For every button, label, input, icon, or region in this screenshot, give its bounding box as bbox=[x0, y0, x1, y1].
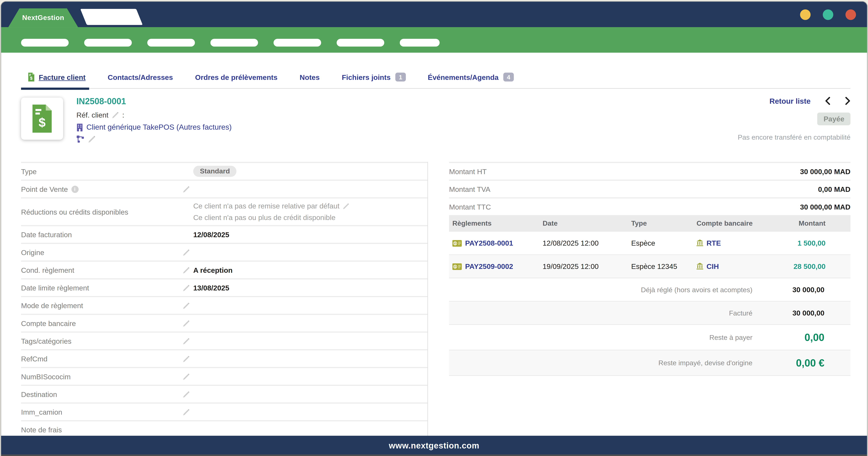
tab-notes[interactable]: Notes bbox=[288, 70, 331, 88]
edit-pencil-icon[interactable] bbox=[183, 186, 190, 193]
edit-pencil-icon[interactable] bbox=[183, 373, 190, 380]
invoice-ref: IN2508-0001 bbox=[76, 96, 231, 107]
customer-ref-line: Réf. client : bbox=[76, 111, 231, 119]
menu-item-placeholder[interactable] bbox=[21, 39, 69, 47]
edit-pencil-icon[interactable] bbox=[183, 408, 190, 416]
total-value: 30 000,00 bbox=[775, 286, 825, 294]
window-dot-teal[interactable] bbox=[823, 9, 833, 20]
tab-label: Contacts/Adresses bbox=[108, 73, 173, 82]
window-dot-red[interactable] bbox=[845, 9, 856, 20]
field-row-date-facturation: Date facturation 12/08/2025 bbox=[21, 225, 428, 243]
payments-header-ref: Règlements bbox=[449, 220, 542, 227]
status-badge-row: Payée bbox=[738, 105, 850, 125]
field-label: Point de Vente i bbox=[21, 185, 183, 193]
edit-pencil-icon[interactable] bbox=[183, 319, 190, 327]
field-row-cond-reglement: Cond. règlement A réception bbox=[21, 260, 428, 278]
field-row-origine: Origine bbox=[21, 243, 428, 260]
payment-type: Espèce bbox=[631, 239, 696, 247]
field-row-imm-camion: Imm_camion bbox=[21, 402, 428, 420]
tab-contacts-adresses[interactable]: Contacts/Adresses bbox=[97, 70, 184, 88]
payment-link[interactable]: PAY2508-0001 bbox=[465, 239, 513, 247]
menu-item-placeholder[interactable] bbox=[274, 39, 321, 47]
main-menu-bar bbox=[1, 27, 867, 53]
total-value: 0,00 bbox=[775, 331, 825, 344]
edit-pencil-icon[interactable] bbox=[343, 203, 349, 211]
field-label: Type bbox=[21, 167, 183, 175]
next-invoice-icon[interactable] bbox=[845, 96, 850, 106]
menu-item-placeholder[interactable] bbox=[400, 39, 440, 47]
amount-label: Montant HT bbox=[449, 167, 487, 175]
menu-item-placeholder[interactable] bbox=[147, 39, 195, 47]
customer-ref-colon: : bbox=[122, 111, 124, 119]
client-line: Client générique TakePOS (Autres facture… bbox=[76, 123, 231, 132]
payments-header-date: Date bbox=[542, 220, 631, 227]
amount-value: 30 000,00 MAD bbox=[800, 203, 850, 211]
edit-pencil-icon[interactable] bbox=[183, 249, 190, 256]
menu-item-placeholder[interactable] bbox=[84, 39, 132, 47]
edit-pencil-icon[interactable] bbox=[183, 284, 190, 291]
brand-logo[interactable]: NextGestion bbox=[8, 8, 78, 27]
bank-account-link[interactable]: CIH bbox=[707, 262, 719, 270]
invoice-banner-right: Retour liste Payée Pas encore transféré … bbox=[738, 95, 850, 148]
field-label: Date limite règlement bbox=[21, 284, 183, 292]
company-icon bbox=[76, 123, 83, 131]
field-label: Origine bbox=[21, 248, 183, 256]
total-label: Reste impayé, devise d'origine bbox=[658, 359, 752, 367]
field-row-mode-reglement: Mode de règlement bbox=[21, 296, 428, 314]
edit-pencil-icon[interactable] bbox=[183, 355, 190, 362]
back-to-list-link[interactable]: Retour liste bbox=[770, 97, 811, 105]
money-bill-icon: $ bbox=[452, 240, 462, 247]
edit-pencil-icon[interactable] bbox=[88, 135, 96, 143]
edit-pencil-icon[interactable] bbox=[183, 391, 190, 398]
field-label: Date facturation bbox=[21, 230, 183, 238]
tab-ordres-prelevements[interactable]: Ordres de prélèvements bbox=[184, 70, 289, 88]
invoice-banner: $ IN2508-0001 Réf. client : bbox=[21, 95, 850, 148]
edit-pencil-icon[interactable] bbox=[183, 266, 190, 274]
client-link[interactable]: Client générique TakePOS (Autres facture… bbox=[87, 123, 231, 132]
total-value: 0,00 € bbox=[775, 357, 825, 369]
field-row-compte-bancaire: Compte bancaire bbox=[21, 314, 428, 332]
field-row-date-limite: Date limite règlement 13/08/2025 bbox=[21, 278, 428, 296]
object-tabs: $ Facture client Contacts/Adresses Ordre… bbox=[21, 69, 850, 89]
field-value: 13/08/2025 bbox=[193, 284, 229, 292]
svg-text:$: $ bbox=[30, 76, 32, 81]
invoice-thumbnail[interactable]: $ bbox=[21, 97, 63, 140]
tab-evenements-agenda[interactable]: Événements/Agenda 4 bbox=[416, 69, 525, 88]
field-row-tags-categories: Tags/catégories bbox=[21, 332, 428, 349]
prev-invoice-icon[interactable] bbox=[825, 96, 831, 106]
footer-bar: www.nextgestion.com bbox=[1, 436, 867, 455]
edit-pencil-icon[interactable] bbox=[183, 337, 190, 345]
field-row-point-de-vente: Point de Vente i bbox=[21, 179, 428, 197]
field-row-reductions: Réductions ou crédits disponibles Ce cli… bbox=[21, 197, 428, 225]
menu-item-placeholder[interactable] bbox=[337, 39, 384, 47]
invoice-head-info: IN2508-0001 Réf. client : bbox=[76, 95, 231, 148]
payments-header-amount: Montant bbox=[780, 220, 850, 227]
edit-pencil-icon[interactable] bbox=[112, 111, 119, 119]
window-dot-yellow[interactable] bbox=[800, 9, 811, 20]
pagination-row: Retour liste bbox=[738, 96, 850, 106]
tab-fichiers-joints[interactable]: Fichiers joints 1 bbox=[331, 69, 416, 88]
edit-pencil-icon[interactable] bbox=[183, 302, 190, 309]
tab-label: Événements/Agenda bbox=[428, 73, 499, 81]
tab-facture-client[interactable]: $ Facture client bbox=[21, 69, 97, 88]
tab-label: Facture client bbox=[39, 73, 86, 81]
accounting-note: Pas encore transféré en comptabilité bbox=[738, 134, 850, 141]
footer-url-link[interactable]: www.nextgestion.com bbox=[389, 440, 479, 450]
customer-ref-label: Réf. client bbox=[76, 111, 108, 119]
bank-account-link[interactable]: RTE bbox=[707, 239, 721, 247]
status-badge: Payée bbox=[817, 112, 850, 125]
info-icon[interactable]: i bbox=[71, 186, 79, 193]
field-label: Mode de règlement bbox=[21, 301, 183, 310]
detail-columns: Type Standard Point de Vente i bbox=[21, 162, 850, 439]
payment-date: 12/08/2025 12:00 bbox=[542, 239, 631, 247]
field-label: Cond. règlement bbox=[21, 266, 183, 274]
total-row-facture: Facturé 30 000,00 bbox=[449, 302, 850, 325]
payment-link[interactable]: PAY2509-0002 bbox=[465, 262, 513, 270]
svg-text:$: $ bbox=[454, 241, 456, 245]
invoice-doc-icon: $ bbox=[31, 104, 53, 133]
money-bill-icon: $ bbox=[452, 263, 462, 270]
tab-label: Notes bbox=[300, 73, 320, 82]
window-controls bbox=[800, 9, 856, 20]
menu-item-placeholder[interactable] bbox=[211, 39, 258, 47]
payments-header-type: Type bbox=[631, 220, 696, 227]
